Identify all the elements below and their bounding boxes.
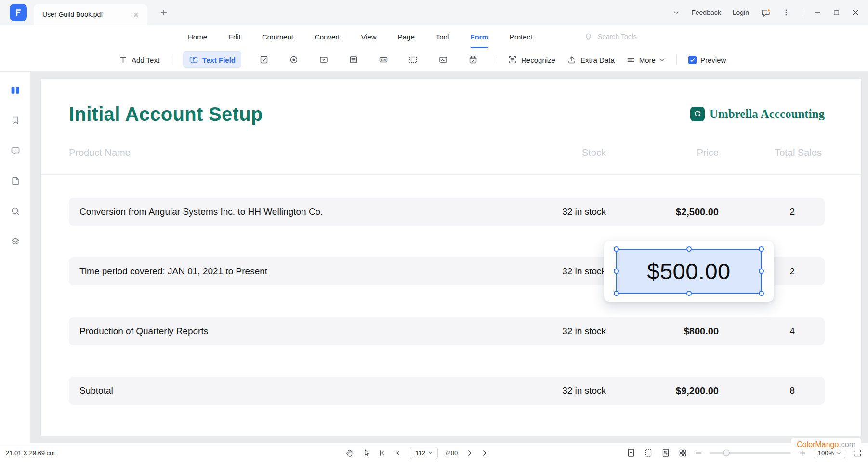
menubar: Home Edit Comment Convert View Page Tool… — [0, 25, 868, 48]
signature-field-icon[interactable] — [434, 51, 452, 68]
price-cell: $800.00 — [613, 326, 733, 337]
total-sales-cell: 8 — [733, 385, 825, 396]
resize-handle-n[interactable] — [686, 246, 692, 252]
more-button[interactable]: More — [626, 55, 665, 64]
text-field-selected[interactable]: $500.00 — [616, 249, 762, 294]
radio-button-field-icon[interactable] — [285, 51, 303, 68]
last-page-button[interactable] — [481, 449, 489, 457]
tab-close-icon[interactable] — [131, 10, 141, 19]
preview-toggle[interactable]: Preview — [688, 56, 726, 64]
document-canvas[interactable]: Initial Account Setup Umbrella Acccounti… — [31, 72, 868, 443]
form-toolbar: Add Text Text Field BTN — [0, 48, 868, 72]
extra-data-label: Extra Data — [580, 56, 615, 64]
menu-item-view[interactable]: View — [361, 25, 376, 48]
comments-panel-icon[interactable] — [7, 142, 24, 159]
total-sales-cell: 2 — [733, 206, 825, 217]
search-tools-placeholder: Search Tools — [598, 33, 637, 40]
zoom-slider-thumb[interactable] — [723, 450, 729, 456]
new-tab-button[interactable] — [158, 7, 170, 18]
recognize-label: Recognize — [521, 56, 555, 64]
first-page-button[interactable] — [378, 449, 386, 457]
next-page-button[interactable] — [465, 449, 473, 457]
scroll-mode-icon[interactable] — [626, 448, 636, 458]
titlebar-controls: Feedback Login — [673, 8, 868, 18]
text-field-button[interactable]: Text Field — [183, 51, 241, 68]
resize-handle-w[interactable] — [614, 269, 619, 274]
more-label: More — [639, 56, 656, 64]
page-mode-icon[interactable] — [644, 448, 653, 458]
brand-logo: Umbrella Acccounting — [690, 107, 825, 121]
recognize-button[interactable]: Recognize — [508, 55, 555, 64]
menu-item-comment[interactable]: Comment — [262, 25, 293, 48]
listbox-field-icon[interactable] — [344, 51, 363, 68]
menu-item-edit[interactable]: Edit — [228, 25, 241, 48]
zoom-mode-icon[interactable] — [661, 448, 671, 458]
menu-item-protect[interactable]: Protect — [510, 25, 533, 48]
resize-handle-sw[interactable] — [614, 291, 619, 296]
stock-cell: 32 in stock — [521, 206, 613, 217]
preview-checkbox-icon[interactable] — [688, 56, 697, 64]
zoom-out-button[interactable] — [695, 449, 702, 457]
brand-name: Umbrella Acccounting — [710, 107, 825, 121]
menu-item-home[interactable]: Home — [188, 25, 207, 48]
checkbox-field-icon[interactable] — [255, 51, 273, 68]
page-total-label: /200 — [446, 449, 458, 457]
watermark-suffix: .com — [839, 440, 855, 449]
date-field-icon[interactable] — [464, 51, 482, 68]
pdf-page[interactable]: Initial Account Setup Umbrella Acccounti… — [41, 79, 861, 436]
page-number-input[interactable]: 112 — [410, 447, 438, 459]
close-button[interactable] — [852, 9, 859, 16]
feedback-link[interactable]: Feedback — [691, 9, 721, 16]
push-button-field-icon[interactable]: BTN — [374, 51, 393, 68]
select-tool-icon[interactable] — [362, 449, 370, 457]
document-tab[interactable]: User Guild Book.pdf — [34, 4, 147, 25]
titlebar: User Guild Book.pdf Feedback Login — [0, 0, 868, 25]
product-name-cell: Subtotal — [69, 385, 521, 396]
menu-item-form[interactable]: Form — [470, 25, 488, 48]
menu-item-tool[interactable]: Tool — [436, 25, 449, 48]
menu-items: Home Edit Comment Convert View Page Tool… — [188, 25, 532, 48]
app-logo-icon[interactable] — [10, 4, 27, 21]
recognize-icon — [508, 55, 517, 64]
search-tools[interactable]: Search Tools — [584, 25, 637, 48]
resize-handle-se[interactable] — [759, 291, 764, 296]
add-text-icon — [118, 55, 128, 64]
chevron-down-icon — [659, 57, 665, 63]
selected-field-card[interactable]: $500.00 — [604, 241, 774, 302]
minimize-button[interactable] — [814, 9, 821, 16]
thumbnails-panel-icon[interactable] — [7, 81, 24, 99]
bookmarks-panel-icon[interactable] — [7, 112, 24, 129]
layers-panel-icon[interactable] — [7, 233, 24, 250]
field-arrange-icon[interactable] — [404, 51, 422, 68]
column-header-total-sales: Total Sales — [733, 147, 825, 158]
column-header-price: Price — [613, 147, 733, 158]
attachments-panel-icon[interactable] — [7, 172, 24, 190]
btn-glyph: BTN — [381, 59, 386, 61]
menu-item-page[interactable]: Page — [398, 25, 415, 48]
kebab-menu-icon[interactable] — [782, 9, 790, 16]
tab-list-dropdown-icon[interactable] — [673, 9, 680, 16]
product-name-cell: Conversion from Angular Systems Inc. to … — [69, 206, 521, 217]
resize-handle-ne[interactable] — [759, 246, 764, 252]
menu-item-convert[interactable]: Convert — [315, 25, 340, 48]
stock-cell: 32 in stock — [521, 266, 613, 277]
document-title: Initial Account Setup — [69, 104, 263, 124]
hand-tool-icon[interactable] — [345, 449, 354, 458]
login-link[interactable]: Login — [733, 9, 749, 16]
extract-data-icon — [567, 55, 577, 64]
zoom-slider[interactable] — [710, 452, 791, 454]
resize-handle-s[interactable] — [686, 291, 692, 296]
text-field-value[interactable]: $500.00 — [647, 258, 730, 284]
resize-handle-nw[interactable] — [614, 246, 619, 252]
search-panel-icon[interactable] — [7, 203, 24, 220]
watermark: ColorMango.com — [791, 438, 861, 451]
maximize-button[interactable] — [833, 9, 840, 16]
previous-page-button[interactable] — [394, 449, 402, 457]
message-icon[interactable] — [761, 8, 771, 18]
add-text-button[interactable]: Add Text — [118, 55, 159, 64]
dropdown-field-icon[interactable] — [315, 51, 333, 68]
titlebar-divider — [802, 8, 802, 17]
resize-handle-e[interactable] — [759, 269, 764, 274]
extra-data-button[interactable]: Extra Data — [567, 55, 615, 64]
grid-view-icon[interactable] — [678, 449, 687, 458]
